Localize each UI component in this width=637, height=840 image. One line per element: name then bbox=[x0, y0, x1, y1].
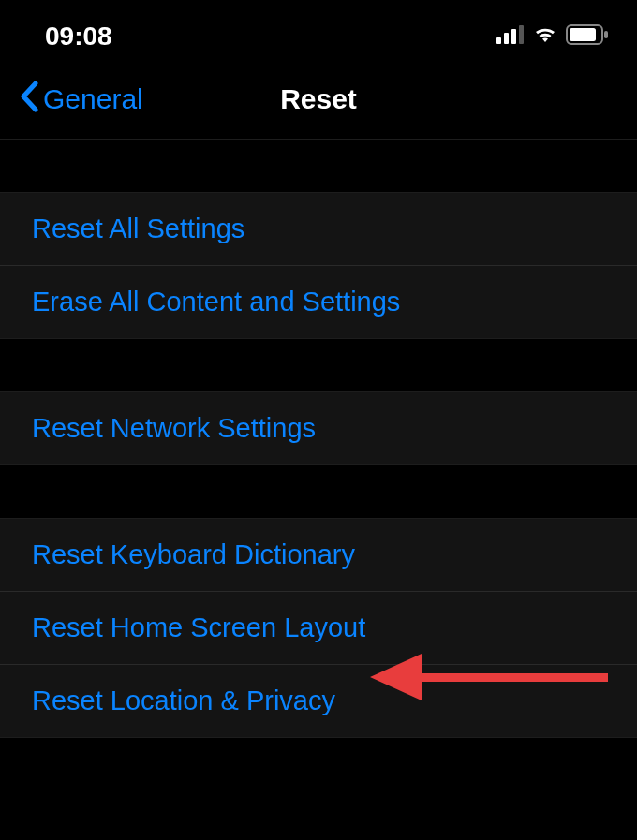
svg-rect-2 bbox=[511, 29, 516, 44]
section-gap bbox=[0, 465, 637, 518]
status-icons bbox=[496, 24, 609, 49]
section-gap bbox=[0, 140, 637, 192]
back-button[interactable]: General bbox=[19, 81, 143, 118]
chevron-left-icon bbox=[19, 81, 39, 118]
status-time: 09:08 bbox=[45, 22, 112, 52]
reset-home-screen-layout-item[interactable]: Reset Home Screen Layout bbox=[0, 592, 637, 665]
list-group-3: Reset Keyboard Dictionary Reset Home Scr… bbox=[0, 518, 637, 738]
svg-rect-5 bbox=[570, 28, 596, 41]
battery-icon bbox=[566, 24, 609, 49]
list-group-2: Reset Network Settings bbox=[0, 391, 637, 465]
section-gap bbox=[0, 339, 637, 391]
svg-rect-0 bbox=[496, 37, 501, 44]
status-bar: 09:08 bbox=[0, 0, 637, 64]
reset-network-settings-item[interactable]: Reset Network Settings bbox=[0, 391, 637, 465]
svg-rect-6 bbox=[604, 31, 608, 38]
cellular-signal-icon bbox=[496, 25, 525, 48]
reset-location-privacy-item[interactable]: Reset Location & Privacy bbox=[0, 665, 637, 738]
erase-all-content-item[interactable]: Erase All Content and Settings bbox=[0, 266, 637, 339]
reset-all-settings-item[interactable]: Reset All Settings bbox=[0, 192, 637, 266]
svg-rect-3 bbox=[519, 25, 524, 44]
navigation-bar: General Reset bbox=[0, 64, 637, 140]
reset-keyboard-dictionary-item[interactable]: Reset Keyboard Dictionary bbox=[0, 518, 637, 592]
list-group-1: Reset All Settings Erase All Content and… bbox=[0, 192, 637, 339]
page-title: Reset bbox=[280, 83, 357, 115]
wifi-icon bbox=[532, 25, 558, 48]
back-label: General bbox=[43, 83, 143, 115]
svg-rect-1 bbox=[504, 33, 509, 44]
